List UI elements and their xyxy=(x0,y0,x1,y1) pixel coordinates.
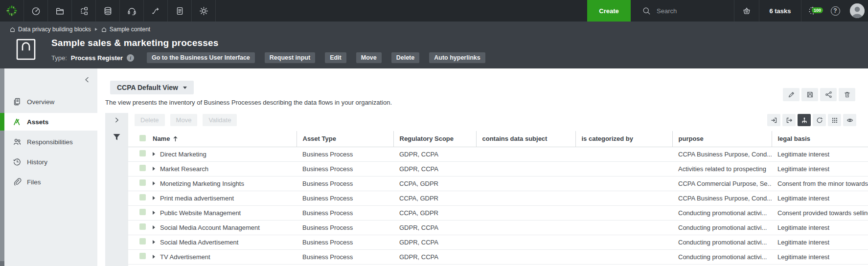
column-header-legal-basis[interactable]: legal basis xyxy=(772,131,868,147)
help-button[interactable]: ? xyxy=(824,6,846,16)
row-checkbox[interactable] xyxy=(139,223,146,230)
table-row[interactable]: Social Media Account Management Business… xyxy=(128,220,868,235)
cell-asset-type: Business Process xyxy=(297,191,393,205)
sitemap-nav[interactable] xyxy=(72,0,96,22)
columns-grid-button[interactable] xyxy=(828,114,841,126)
traceability-nav[interactable] xyxy=(144,0,168,22)
column-header-name[interactable]: Name xyxy=(147,131,297,147)
table-row[interactable]: Direct Marketing Business Process GDPR, … xyxy=(128,147,868,161)
collibra-logo[interactable] xyxy=(0,0,24,22)
share-view-button[interactable] xyxy=(820,88,837,101)
row-checkbox[interactable] xyxy=(139,150,146,156)
filter-button[interactable] xyxy=(112,133,121,144)
edit-view-button[interactable] xyxy=(783,88,799,101)
table-row[interactable]: Public Website Management Business Proce… xyxy=(128,205,868,220)
cell-is-categorized-by xyxy=(575,220,672,235)
notifications-button[interactable]: 100 xyxy=(801,5,824,16)
expand-row-icon[interactable] xyxy=(153,240,155,244)
asset-name[interactable]: Social Media Account Management xyxy=(160,224,260,231)
tasks-button[interactable]: 6 tasks xyxy=(759,7,801,15)
view-selector[interactable]: CCPA Default View xyxy=(110,81,194,94)
column-header-purpose[interactable]: purpose xyxy=(672,131,772,147)
column-header-contains-data-subject[interactable]: contains data subject xyxy=(476,131,575,147)
table-row[interactable]: Market Research Business Process GDPR, C… xyxy=(128,161,868,176)
asset-name[interactable]: Direct Marketing xyxy=(160,151,206,158)
search-input[interactable] xyxy=(657,7,720,15)
sidebar-item-files[interactable]: Files xyxy=(4,173,97,191)
cell-legal-basis: Legitimate interest xyxy=(772,191,868,205)
logo-icon xyxy=(6,5,18,17)
sitemap-icon xyxy=(79,6,89,16)
support-nav[interactable] xyxy=(120,0,144,22)
create-button[interactable]: Create xyxy=(587,0,631,22)
delete-view-button[interactable] xyxy=(839,88,855,101)
asset-name[interactable]: Print media advertisement xyxy=(160,195,234,202)
bulk-move-button[interactable]: Move xyxy=(170,114,198,126)
request-input-button[interactable]: Request input xyxy=(265,52,315,63)
table-row[interactable]: Social Media Advertisement Business Proc… xyxy=(128,235,868,249)
dashboard-nav[interactable] xyxy=(24,0,48,22)
cell-asset-type: Business Process xyxy=(297,161,393,176)
settings-nav[interactable] xyxy=(192,0,216,22)
asset-name[interactable]: Social Media Advertisement xyxy=(160,239,238,246)
expand-row-icon[interactable] xyxy=(153,211,155,215)
save-view-button[interactable] xyxy=(801,88,818,101)
expand-row-icon[interactable] xyxy=(153,196,155,200)
avatar xyxy=(850,3,865,18)
sidebar-item-responsibilities[interactable]: Responsibilities xyxy=(4,133,97,151)
business-user-interface-button[interactable]: Go to the Business User Interface xyxy=(147,52,255,63)
sidebar-item-history[interactable]: History xyxy=(4,153,97,171)
basket-button[interactable] xyxy=(734,6,759,16)
expand-row-icon[interactable] xyxy=(153,225,155,229)
global-search[interactable] xyxy=(631,0,734,22)
row-checkbox[interactable] xyxy=(139,253,146,259)
tree-view-button[interactable] xyxy=(798,114,811,126)
table-row[interactable]: Monetizing Marketing Insights Business P… xyxy=(128,176,868,191)
asset-name[interactable]: Monetizing Marketing Insights xyxy=(160,180,244,187)
table-row[interactable]: Print media advertisement Business Proce… xyxy=(128,191,868,205)
row-checkbox[interactable] xyxy=(139,165,146,171)
activities-nav[interactable] xyxy=(168,0,192,22)
column-header-asset-type[interactable]: Asset Type xyxy=(297,131,393,147)
edit-button[interactable]: Edit xyxy=(325,52,346,63)
sidebar-collapse-button[interactable] xyxy=(84,76,91,83)
expand-row-icon[interactable] xyxy=(153,181,155,185)
table-row[interactable]: TV Advertisement Business Process GDPR, … xyxy=(128,249,868,264)
data-nav[interactable] xyxy=(96,0,120,22)
export-button[interactable] xyxy=(782,114,796,126)
row-checkbox[interactable] xyxy=(139,179,146,186)
delete-button[interactable]: Delete xyxy=(391,52,420,63)
column-header-is-categorized-by[interactable]: is categorized by xyxy=(575,131,672,147)
row-checkbox[interactable] xyxy=(139,194,146,200)
sidebar-item-assets[interactable]: Assets xyxy=(4,113,97,131)
select-all-checkbox[interactable] xyxy=(139,135,146,141)
expand-row-icon[interactable] xyxy=(153,152,155,156)
expand-row-icon[interactable] xyxy=(153,255,155,259)
asset-name[interactable]: Public Website Management xyxy=(160,209,241,217)
bulk-validate-button[interactable]: Validate xyxy=(203,114,237,126)
user-menu[interactable] xyxy=(846,3,868,18)
sidebar-item-overview[interactable]: Overview xyxy=(4,93,97,111)
row-checkbox[interactable] xyxy=(139,238,146,244)
visibility-button[interactable] xyxy=(843,114,856,126)
refresh-button[interactable] xyxy=(813,114,826,126)
expand-row-icon[interactable] xyxy=(153,167,155,171)
info-icon[interactable]: i xyxy=(127,54,134,62)
header-actions: Go to the Business User Interface Reques… xyxy=(147,52,485,63)
page-title: Sample sales & marketing processes xyxy=(51,38,485,48)
cell-is-categorized-by xyxy=(575,176,672,191)
bulk-delete-button[interactable]: Delete xyxy=(135,114,165,126)
import-button[interactable] xyxy=(767,114,780,126)
expand-panel-button[interactable] xyxy=(105,114,128,126)
breadcrumb-item-community[interactable]: Data privacy building blocks xyxy=(10,26,91,33)
sort-ascending-icon xyxy=(173,136,178,142)
breadcrumb-item-subcommunity[interactable]: Sample content xyxy=(101,26,150,33)
browse-nav[interactable] xyxy=(48,0,72,22)
auto-hyperlinks-button[interactable]: Auto hyperlinks xyxy=(429,52,485,63)
asset-name[interactable]: Market Research xyxy=(160,165,208,173)
move-button[interactable]: Move xyxy=(356,52,382,63)
cell-is-categorized-by xyxy=(575,205,672,220)
column-header-regulatory-scope[interactable]: Regulatory Scope xyxy=(393,131,476,147)
row-checkbox[interactable] xyxy=(139,209,146,215)
asset-name[interactable]: TV Advertisement xyxy=(160,253,210,261)
